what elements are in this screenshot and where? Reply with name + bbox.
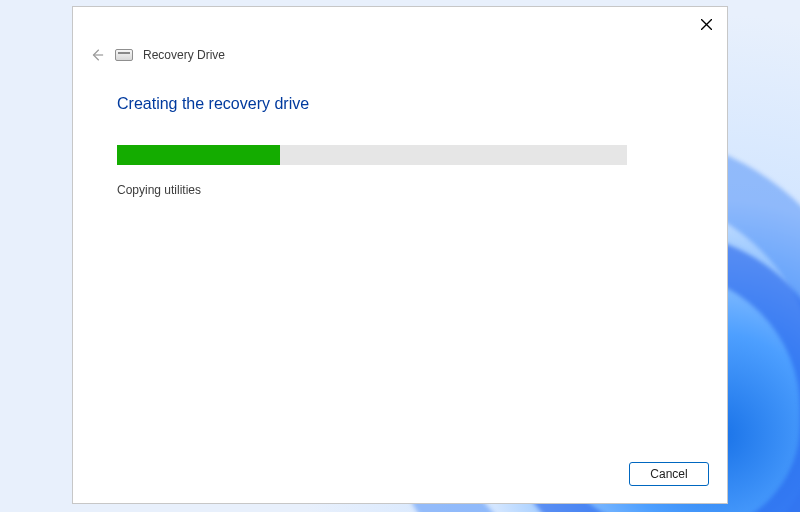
progress-bar	[117, 145, 627, 165]
drive-icon	[115, 49, 133, 61]
wizard-footer: Cancel	[73, 455, 727, 503]
close-button[interactable]	[697, 15, 715, 33]
back-arrow-icon	[90, 48, 104, 62]
page-heading: Creating the recovery drive	[117, 95, 683, 113]
wizard-content: Creating the recovery drive Copying util…	[73, 67, 727, 455]
wizard-header: Recovery Drive	[73, 41, 727, 67]
cancel-button[interactable]: Cancel	[629, 462, 709, 486]
status-label: Copying utilities	[117, 183, 683, 197]
back-button[interactable]	[89, 47, 105, 63]
recovery-drive-wizard-window: Recovery Drive Creating the recovery dri…	[72, 6, 728, 504]
wizard-title: Recovery Drive	[143, 48, 225, 62]
progress-fill	[117, 145, 280, 165]
titlebar	[73, 7, 727, 41]
close-icon	[701, 19, 712, 30]
